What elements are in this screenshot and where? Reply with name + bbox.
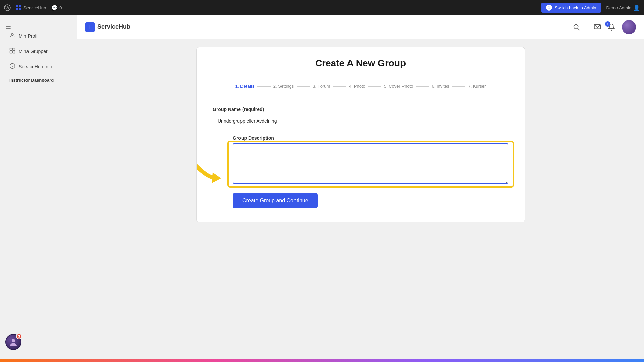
step-divider-2 bbox=[297, 86, 310, 87]
group-name-input[interactable] bbox=[213, 115, 508, 127]
instructor-dashboard-link[interactable]: Instructor Dashboard bbox=[5, 75, 72, 85]
notification-badge: 1 bbox=[605, 21, 610, 27]
step-divider-1 bbox=[257, 86, 271, 87]
svg-rect-5 bbox=[19, 8, 21, 10]
sidebar-item-label-mina-grupper: Mina Grupper bbox=[19, 49, 48, 54]
step-divider-4 bbox=[368, 86, 381, 87]
search-button[interactable] bbox=[573, 23, 587, 31]
toggle-icon: ☰ bbox=[6, 23, 11, 31]
svg-line-16 bbox=[578, 28, 579, 30]
form-area: Group Name (required) Group Description bbox=[197, 96, 525, 222]
step-details[interactable]: 1. Details bbox=[235, 84, 255, 89]
svg-rect-3 bbox=[19, 5, 21, 7]
svg-rect-8 bbox=[13, 48, 15, 51]
page-title: Create A New Group bbox=[205, 58, 517, 69]
info-icon bbox=[9, 63, 15, 70]
page-card: Create A New Group 1. Details 2. Setting… bbox=[196, 47, 525, 222]
avatar-badge: 3 bbox=[16, 333, 22, 339]
feedback-icon[interactable]: 💬 0 bbox=[51, 5, 62, 11]
header-logo: I ServiceHub bbox=[85, 22, 130, 32]
svg-text:W: W bbox=[5, 6, 9, 10]
notifications-button[interactable]: 1 bbox=[608, 23, 615, 31]
svg-rect-2 bbox=[16, 5, 18, 7]
sidebar-item-label-servicehub-info: ServiceHub Info bbox=[19, 64, 52, 69]
step-forum[interactable]: 3. Forum bbox=[313, 84, 330, 89]
header-icons: 1 bbox=[573, 20, 636, 34]
sidebar-nav: Min Profil Mina Grupper ServiceHub Info … bbox=[0, 22, 77, 328]
sidebar-item-label-min-profil: Min Profil bbox=[19, 33, 38, 39]
logo-icon: I bbox=[85, 22, 95, 32]
svg-rect-9 bbox=[10, 51, 12, 53]
header-user-avatar[interactable] bbox=[622, 20, 636, 34]
sidebar-user-avatar[interactable]: 3 bbox=[5, 334, 21, 350]
step-kurser[interactable]: 7. Kurser bbox=[468, 84, 486, 89]
group-description-textarea[interactable] bbox=[233, 143, 508, 184]
groups-icon bbox=[9, 48, 15, 55]
sidebar: Min Profil Mina Grupper ServiceHub Info … bbox=[0, 15, 77, 362]
main-content: Create A New Group 1. Details 2. Setting… bbox=[77, 39, 644, 362]
group-name-field-group: Group Name (required) bbox=[213, 107, 508, 127]
svg-rect-7 bbox=[10, 48, 12, 51]
create-group-button[interactable]: Create Group and Continue bbox=[233, 193, 318, 208]
step-photo[interactable]: 4. Photo bbox=[349, 84, 365, 89]
top-header: I ServiceHub 1 bbox=[77, 15, 644, 39]
annotation-arrow bbox=[196, 149, 229, 182]
step-cover-photo[interactable]: 5. Cover Photo bbox=[384, 84, 413, 89]
wp-admin-bar: W ServiceHub 💬 0 1 Switch back to Admin … bbox=[0, 0, 644, 15]
svg-rect-4 bbox=[16, 8, 18, 10]
svg-rect-10 bbox=[13, 51, 15, 53]
wp-logo-icon[interactable]: W bbox=[4, 4, 11, 11]
sidebar-item-servicehub-info[interactable]: ServiceHub Info bbox=[5, 60, 72, 74]
step-divider-3 bbox=[333, 86, 346, 87]
group-name-label: Group Name (required) bbox=[213, 107, 508, 112]
sidebar-toggle-button[interactable]: ☰ bbox=[0, 15, 17, 39]
group-description-field-group: Group Description bbox=[233, 135, 508, 185]
demo-admin-label[interactable]: Demo Admin 👤 bbox=[606, 5, 640, 11]
step-invites[interactable]: 6. Invites bbox=[432, 84, 449, 89]
svg-marker-18 bbox=[212, 172, 221, 183]
submit-area: Create Group and Continue bbox=[233, 193, 508, 208]
step-settings[interactable]: 2. Settings bbox=[273, 84, 294, 89]
description-textarea-wrapper bbox=[233, 143, 508, 185]
svg-point-14 bbox=[12, 339, 15, 342]
bottom-gradient-bar bbox=[0, 359, 644, 362]
steps-bar: 1. Details 2. Settings 3. Forum 4. Photo… bbox=[197, 77, 525, 96]
step-divider-6 bbox=[452, 86, 465, 87]
switch-back-to-admin-button[interactable]: 1 Switch back to Admin bbox=[541, 3, 601, 13]
messages-button[interactable] bbox=[594, 23, 601, 31]
site-name[interactable]: ServiceHub bbox=[16, 5, 46, 10]
svg-point-15 bbox=[574, 24, 578, 29]
sidebar-item-mina-grupper[interactable]: Mina Grupper bbox=[5, 44, 72, 58]
sidebar-bottom: 3 bbox=[0, 328, 77, 355]
group-description-label: Group Description bbox=[233, 135, 508, 141]
step-divider-5 bbox=[416, 86, 429, 87]
page-card-header: Create A New Group bbox=[197, 47, 525, 77]
